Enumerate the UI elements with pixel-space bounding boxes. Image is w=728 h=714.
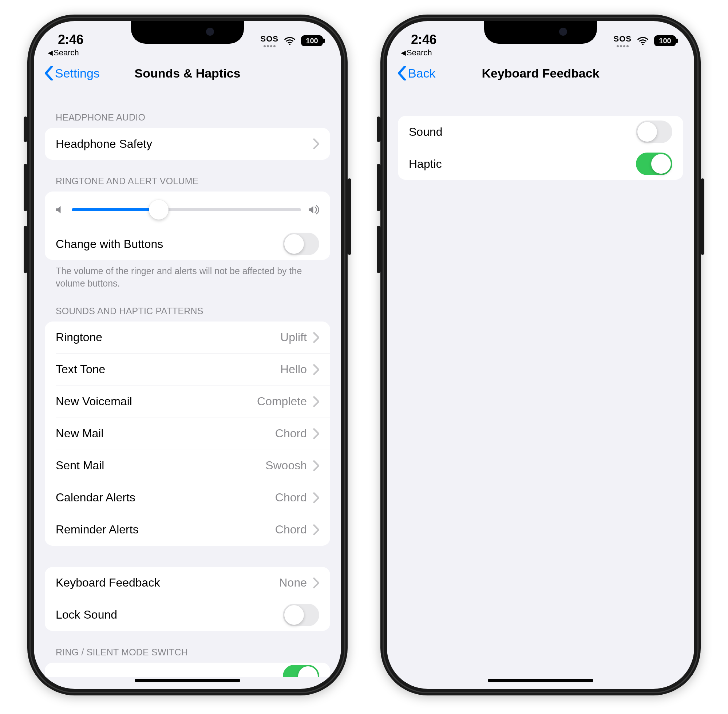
row-calendar-alerts[interactable]: Calendar AlertsChord	[45, 482, 330, 514]
chevron-right-icon	[313, 460, 319, 471]
row-ringtone[interactable]: RingtoneUplift	[45, 321, 330, 354]
chevron-right-icon	[313, 492, 319, 503]
volume-low-icon	[54, 204, 65, 215]
row-sound[interactable]: Sound	[398, 116, 683, 148]
section-header-patterns: SOUNDS AND HAPTIC PATTERNS	[45, 290, 330, 321]
breadcrumb-back-to-search[interactable]: ◀ Search	[48, 48, 79, 57]
group-keyboard-lock: Keyboard Feedback None Lock Sound	[45, 567, 330, 631]
volume-up-button	[377, 164, 380, 211]
chevron-right-icon	[313, 428, 319, 439]
section-header-ring-mode: RING / SILENT MODE SWITCH	[45, 631, 330, 663]
nav-bar: Back Keyboard Feedback	[387, 57, 694, 90]
battery-indicator: 100	[301, 35, 323, 46]
status-time: 2:46	[58, 32, 83, 47]
back-button[interactable]: Settings	[44, 66, 100, 81]
settings-scroll[interactable]: SoundHaptic	[387, 90, 694, 209]
status-time: 2:46	[411, 32, 436, 47]
mute-switch	[377, 117, 380, 142]
breadcrumb-back-to-search[interactable]: ◀ Search	[401, 48, 432, 57]
volume-down-button	[377, 226, 380, 273]
back-triangle-icon: ◀	[401, 50, 406, 56]
chevron-right-icon	[313, 524, 319, 535]
section-footer-volume: The volume of the ringer and alerts will…	[45, 260, 330, 290]
back-label: Back	[408, 66, 436, 81]
toggle-ring-mode[interactable]	[283, 665, 319, 677]
settings-scroll[interactable]: HEADPHONE AUDIO Headphone Safety RINGTON…	[34, 90, 341, 689]
chevron-right-icon	[313, 138, 319, 149]
screen: 2:46 ◀ Search SOS 100 Back Keybo	[387, 21, 694, 689]
group-patterns: RingtoneUpliftText ToneHelloNew Voicemai…	[45, 321, 330, 546]
row-new-voicemail[interactable]: New VoicemailComplete	[45, 386, 330, 418]
toggle-lock-sound[interactable]	[283, 604, 319, 626]
power-button	[348, 178, 351, 255]
status-right: SOS 100	[614, 34, 676, 47]
page-title: Sounds & Haptics	[135, 66, 241, 81]
slider-thumb[interactable]	[149, 200, 169, 219]
toggle-change-with-buttons[interactable]	[283, 232, 319, 255]
mute-switch	[24, 117, 27, 142]
wifi-icon	[283, 36, 296, 45]
row-volume-slider[interactable]	[45, 192, 330, 228]
back-button[interactable]: Back	[397, 66, 436, 81]
screen: 2:46 ◀ Search SOS 100 Settings S	[34, 21, 341, 689]
row-haptic[interactable]: Haptic	[398, 148, 683, 180]
toggle-sound[interactable]	[636, 120, 672, 143]
volume-high-icon	[307, 204, 321, 215]
row-sent-mail[interactable]: Sent MailSwoosh	[45, 450, 330, 482]
chevron-right-icon	[313, 578, 319, 588]
notch	[484, 21, 597, 44]
status-right: SOS 100	[261, 34, 323, 47]
chevron-right-icon	[313, 364, 319, 375]
section-header-volume: RINGTONE AND ALERT VOLUME	[45, 160, 330, 192]
group-keyboard-feedback-options: SoundHaptic	[398, 116, 683, 180]
row-ring-mode-partial[interactable]	[45, 663, 330, 677]
volume-down-button	[24, 226, 27, 273]
group-volume: Change with Buttons	[45, 192, 330, 260]
home-indicator[interactable]	[488, 679, 593, 682]
breadcrumb-label: Search	[407, 48, 432, 57]
row-headphone-safety[interactable]: Headphone Safety	[45, 128, 330, 160]
back-label: Settings	[55, 66, 100, 81]
row-lock-sound[interactable]: Lock Sound	[45, 599, 330, 631]
back-triangle-icon: ◀	[48, 50, 53, 56]
home-indicator[interactable]	[135, 679, 240, 682]
battery-indicator: 100	[654, 35, 676, 46]
row-reminder-alerts[interactable]: Reminder AlertsChord	[45, 514, 330, 546]
section-header-headphone: HEADPHONE AUDIO	[45, 90, 330, 128]
phone-frame-right: 2:46 ◀ Search SOS 100 Back Keybo	[380, 15, 701, 695]
nav-bar: Settings Sounds & Haptics	[34, 57, 341, 90]
page-title: Keyboard Feedback	[482, 66, 599, 81]
volume-slider[interactable]	[72, 208, 301, 211]
power-button	[701, 178, 704, 255]
sos-indicator: SOS	[614, 34, 632, 47]
row-change-with-buttons[interactable]: Change with Buttons	[45, 228, 330, 260]
wifi-icon	[637, 36, 649, 45]
row-keyboard-feedback[interactable]: Keyboard Feedback None	[45, 567, 330, 599]
chevron-right-icon	[313, 396, 319, 407]
row-new-mail[interactable]: New MailChord	[45, 418, 330, 450]
chevron-right-icon	[313, 332, 319, 343]
sos-indicator: SOS	[261, 34, 279, 47]
toggle-haptic[interactable]	[636, 153, 672, 175]
row-text-tone[interactable]: Text ToneHello	[45, 354, 330, 386]
phone-frame-left: 2:46 ◀ Search SOS 100 Settings S	[27, 15, 348, 695]
notch	[131, 21, 244, 44]
breadcrumb-label: Search	[54, 48, 79, 57]
volume-up-button	[24, 164, 27, 211]
group-headphone: Headphone Safety	[45, 128, 330, 160]
